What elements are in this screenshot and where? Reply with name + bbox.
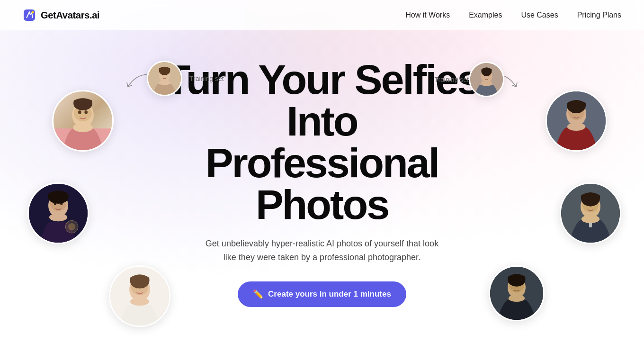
svg-point-21: [130, 298, 149, 306]
avatar-left-bottom: [109, 265, 170, 327]
logo[interactable]: GetAvatars.ai: [23, 9, 99, 22]
avatar-face-right-bottom: [490, 267, 543, 320]
training-label-left: Training set: [189, 75, 224, 82]
avatar-face-training-right: [470, 63, 503, 96]
nav-links: How it Works Examples Use Cases Pricing …: [405, 11, 621, 19]
svg-point-7: [73, 123, 93, 132]
cta-button[interactable]: ✏️ Create yours in under 1 minutes: [238, 281, 406, 307]
avatar-training-left: [147, 61, 182, 96]
nav-use-cases[interactable]: Use Cases: [521, 11, 558, 19]
nav-how-it-works[interactable]: How it Works: [405, 11, 450, 19]
avatar-face-right-top: [547, 91, 606, 150]
avatar-face-left-bottom: [110, 267, 169, 326]
svg-point-5: [84, 110, 88, 114]
avatar-face-left-mid: [29, 184, 88, 243]
avatar-right-top: [546, 90, 607, 152]
svg-point-13: [49, 213, 67, 221]
cta-label: Create yours in under 1 minutes: [268, 290, 391, 299]
svg-point-4: [78, 110, 81, 114]
avatar-face-right-mid: [561, 184, 620, 243]
avatar-face-left-top: [54, 91, 112, 150]
training-label-right: Training set: [434, 76, 469, 83]
avatar-face-training-left: [148, 62, 181, 95]
navbar: GetAvatars.ai How it Works Examples Use …: [0, 0, 644, 30]
cta-pen-icon: ✏️: [253, 289, 263, 299]
svg-rect-0: [24, 9, 35, 21]
svg-point-35: [581, 215, 599, 223]
svg-point-1: [32, 11, 34, 14]
svg-point-28: [567, 123, 585, 131]
svg-point-15: [68, 223, 75, 230]
hero-title: Turn Your Selfies Into Professional Phot…: [156, 59, 488, 226]
avatar-training-right: [469, 62, 504, 97]
logo-text: GetAvatars.ai: [41, 10, 99, 21]
svg-point-46: [159, 80, 170, 85]
hero-subtitle: Get unbelievably hyper-realistic AI phot…: [199, 237, 445, 264]
avatar-right-bottom: [489, 265, 545, 321]
avatar-left-mid: [27, 182, 89, 244]
avatar-right-mid: [560, 182, 621, 244]
hero-section: Turn Your Selfies Into Professional Phot…: [0, 30, 644, 307]
logo-icon: [23, 9, 36, 22]
avatar-left-top: [52, 90, 114, 152]
svg-point-51: [481, 81, 492, 86]
svg-point-41: [509, 295, 525, 302]
nav-examples[interactable]: Examples: [469, 11, 502, 19]
nav-pricing[interactable]: Pricing Plans: [577, 11, 621, 19]
